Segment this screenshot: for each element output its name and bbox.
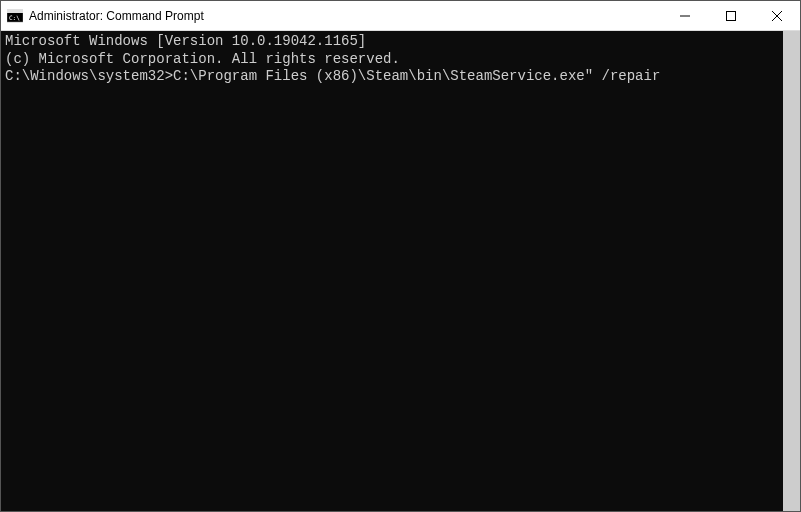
command-prompt-window: C:\ Administrator: Command Prompt: [0, 0, 801, 512]
svg-rect-4: [727, 11, 736, 20]
terminal-prompt-line: C:\Windows\system32>C:\Program Files (x8…: [5, 68, 779, 86]
maximize-icon: [726, 11, 736, 21]
close-icon: [772, 11, 782, 21]
app-icon: C:\: [7, 8, 23, 24]
close-button[interactable]: [754, 1, 800, 30]
window-controls: [662, 1, 800, 30]
terminal-output[interactable]: Microsoft Windows [Version 10.0.19042.11…: [1, 31, 783, 511]
maximize-button[interactable]: [708, 1, 754, 30]
terminal-line: (c) Microsoft Corporation. All rights re…: [5, 51, 779, 69]
titlebar[interactable]: C:\ Administrator: Command Prompt: [1, 1, 800, 31]
minimize-icon: [680, 11, 690, 21]
minimize-button[interactable]: [662, 1, 708, 30]
command-input[interactable]: C:\Program Files (x86)\Steam\bin\SteamSe…: [173, 68, 660, 84]
window-title: Administrator: Command Prompt: [29, 9, 662, 23]
content-area: Microsoft Windows [Version 10.0.19042.11…: [1, 31, 800, 511]
scrollbar-thumb[interactable]: [783, 31, 800, 511]
prompt-path: C:\Windows\system32>: [5, 68, 173, 84]
svg-text:C:\: C:\: [9, 13, 20, 20]
vertical-scrollbar[interactable]: [783, 31, 800, 511]
terminal-line: Microsoft Windows [Version 10.0.19042.11…: [5, 33, 779, 51]
